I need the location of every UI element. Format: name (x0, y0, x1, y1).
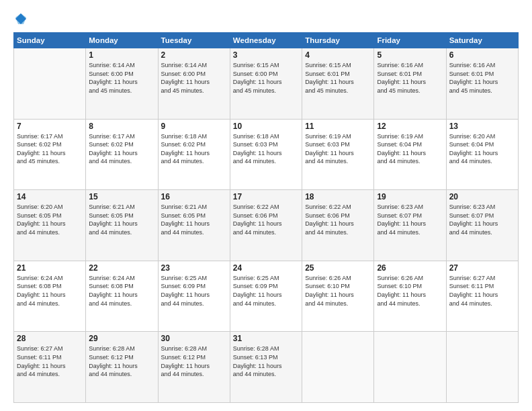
day-number: 12 (377, 122, 443, 131)
table-row: 5Sunrise: 6:16 AM Sunset: 6:01 PM Daylig… (374, 48, 446, 120)
table-row: 27Sunrise: 6:27 AM Sunset: 6:11 PM Dayli… (446, 261, 518, 332)
calendar-table: Sunday Monday Tuesday Wednesday Thursday… (13, 32, 519, 403)
day-info: Sunrise: 6:19 AM Sunset: 6:03 PM Dayligh… (305, 132, 371, 166)
day-number: 25 (305, 263, 371, 273)
table-row: 3Sunrise: 6:15 AM Sunset: 6:00 PM Daylig… (230, 48, 302, 120)
day-info: Sunrise: 6:22 AM Sunset: 6:06 PM Dayligh… (305, 203, 371, 236)
header (13, 12, 519, 26)
day-info: Sunrise: 6:16 AM Sunset: 6:01 PM Dayligh… (449, 61, 515, 95)
day-info: Sunrise: 6:27 AM Sunset: 6:11 PM Dayligh… (449, 274, 515, 308)
table-row: 1Sunrise: 6:14 AM Sunset: 6:00 PM Daylig… (86, 48, 158, 120)
day-number: 14 (17, 192, 83, 201)
day-info: Sunrise: 6:26 AM Sunset: 6:10 PM Dayligh… (305, 274, 371, 308)
day-number: 16 (161, 192, 227, 201)
day-info: Sunrise: 6:23 AM Sunset: 6:07 PM Dayligh… (377, 203, 443, 236)
table-row: 12Sunrise: 6:19 AM Sunset: 6:04 PM Dayli… (374, 119, 446, 190)
table-row (14, 48, 86, 120)
calendar-week-row: 14Sunrise: 6:20 AM Sunset: 6:05 PM Dayli… (14, 190, 519, 261)
day-number: 15 (89, 192, 154, 201)
table-row: 26Sunrise: 6:26 AM Sunset: 6:10 PM Dayli… (374, 261, 446, 332)
day-number: 2 (161, 50, 227, 60)
day-number: 27 (449, 263, 515, 273)
day-info: Sunrise: 6:18 AM Sunset: 6:02 PM Dayligh… (161, 132, 227, 166)
day-info: Sunrise: 6:24 AM Sunset: 6:08 PM Dayligh… (17, 274, 83, 308)
day-info: Sunrise: 6:20 AM Sunset: 6:04 PM Dayligh… (449, 132, 515, 166)
col-sunday: Sunday (14, 33, 86, 48)
col-tuesday: Tuesday (158, 33, 230, 48)
table-row: 30Sunrise: 6:28 AM Sunset: 6:12 PM Dayli… (158, 332, 230, 403)
day-number: 9 (161, 122, 227, 131)
day-number: 22 (89, 263, 154, 273)
day-number: 24 (233, 263, 299, 273)
table-row: 16Sunrise: 6:21 AM Sunset: 6:05 PM Dayli… (158, 190, 230, 261)
day-info: Sunrise: 6:28 AM Sunset: 6:12 PM Dayligh… (161, 345, 227, 378)
col-monday: Monday (86, 33, 158, 48)
col-wednesday: Wednesday (230, 33, 302, 48)
day-number: 11 (305, 122, 371, 131)
day-number: 19 (377, 192, 443, 201)
table-row: 23Sunrise: 6:25 AM Sunset: 6:09 PM Dayli… (158, 261, 230, 332)
table-row: 18Sunrise: 6:22 AM Sunset: 6:06 PM Dayli… (302, 190, 374, 261)
table-row: 24Sunrise: 6:25 AM Sunset: 6:09 PM Dayli… (230, 261, 302, 332)
day-info: Sunrise: 6:23 AM Sunset: 6:07 PM Dayligh… (449, 203, 515, 236)
table-row (302, 332, 374, 403)
table-row: 28Sunrise: 6:27 AM Sunset: 6:11 PM Dayli… (14, 332, 86, 403)
calendar-week-row: 7Sunrise: 6:17 AM Sunset: 6:02 PM Daylig… (14, 119, 519, 190)
day-number: 18 (305, 192, 371, 201)
logo-icon (14, 12, 28, 26)
calendar-page: Sunday Monday Tuesday Wednesday Thursday… (0, 0, 532, 411)
day-number: 26 (377, 263, 443, 273)
table-row (446, 332, 518, 403)
day-info: Sunrise: 6:26 AM Sunset: 6:10 PM Dayligh… (377, 274, 443, 308)
table-row: 25Sunrise: 6:26 AM Sunset: 6:10 PM Dayli… (302, 261, 374, 332)
day-info: Sunrise: 6:25 AM Sunset: 6:09 PM Dayligh… (233, 274, 299, 308)
table-row: 6Sunrise: 6:16 AM Sunset: 6:01 PM Daylig… (446, 48, 518, 120)
day-number: 17 (233, 192, 299, 201)
table-row: 13Sunrise: 6:20 AM Sunset: 6:04 PM Dayli… (446, 119, 518, 190)
day-number: 8 (89, 122, 154, 131)
day-info: Sunrise: 6:21 AM Sunset: 6:05 PM Dayligh… (161, 203, 227, 236)
day-info: Sunrise: 6:14 AM Sunset: 6:00 PM Dayligh… (161, 61, 227, 95)
col-thursday: Thursday (302, 33, 374, 48)
table-row: 11Sunrise: 6:19 AM Sunset: 6:03 PM Dayli… (302, 119, 374, 190)
calendar-header-row: Sunday Monday Tuesday Wednesday Thursday… (14, 33, 519, 48)
table-row: 2Sunrise: 6:14 AM Sunset: 6:00 PM Daylig… (158, 48, 230, 120)
table-row: 31Sunrise: 6:28 AM Sunset: 6:13 PM Dayli… (230, 332, 302, 403)
table-row: 29Sunrise: 6:28 AM Sunset: 6:12 PM Dayli… (86, 332, 158, 403)
table-row: 21Sunrise: 6:24 AM Sunset: 6:08 PM Dayli… (14, 261, 86, 332)
day-number: 31 (233, 334, 299, 343)
table-row: 17Sunrise: 6:22 AM Sunset: 6:06 PM Dayli… (230, 190, 302, 261)
day-number: 3 (233, 50, 299, 60)
day-info: Sunrise: 6:25 AM Sunset: 6:09 PM Dayligh… (161, 274, 227, 308)
day-info: Sunrise: 6:24 AM Sunset: 6:08 PM Dayligh… (89, 274, 154, 308)
table-row: 19Sunrise: 6:23 AM Sunset: 6:07 PM Dayli… (374, 190, 446, 261)
table-row: 15Sunrise: 6:21 AM Sunset: 6:05 PM Dayli… (86, 190, 158, 261)
day-info: Sunrise: 6:17 AM Sunset: 6:02 PM Dayligh… (89, 132, 154, 166)
day-number: 30 (161, 334, 227, 343)
day-number: 4 (305, 50, 371, 60)
day-info: Sunrise: 6:15 AM Sunset: 6:01 PM Dayligh… (305, 61, 371, 95)
day-number: 21 (17, 263, 83, 273)
day-info: Sunrise: 6:19 AM Sunset: 6:04 PM Dayligh… (377, 132, 443, 166)
day-info: Sunrise: 6:16 AM Sunset: 6:01 PM Dayligh… (377, 61, 443, 95)
logo (13, 12, 28, 26)
day-info: Sunrise: 6:28 AM Sunset: 6:13 PM Dayligh… (233, 345, 299, 378)
day-number: 29 (89, 334, 154, 343)
table-row: 22Sunrise: 6:24 AM Sunset: 6:08 PM Dayli… (86, 261, 158, 332)
table-row: 7Sunrise: 6:17 AM Sunset: 6:02 PM Daylig… (14, 119, 86, 190)
day-number: 6 (449, 50, 515, 60)
day-number: 28 (17, 334, 83, 343)
table-row: 8Sunrise: 6:17 AM Sunset: 6:02 PM Daylig… (86, 119, 158, 190)
day-number: 10 (233, 122, 299, 131)
col-friday: Friday (374, 33, 446, 48)
day-info: Sunrise: 6:22 AM Sunset: 6:06 PM Dayligh… (233, 203, 299, 236)
calendar-week-row: 1Sunrise: 6:14 AM Sunset: 6:00 PM Daylig… (14, 48, 519, 120)
day-info: Sunrise: 6:27 AM Sunset: 6:11 PM Dayligh… (17, 345, 83, 378)
day-number: 23 (161, 263, 227, 273)
day-info: Sunrise: 6:18 AM Sunset: 6:03 PM Dayligh… (233, 132, 299, 166)
table-row: 10Sunrise: 6:18 AM Sunset: 6:03 PM Dayli… (230, 119, 302, 190)
day-number: 13 (449, 122, 515, 131)
day-info: Sunrise: 6:15 AM Sunset: 6:00 PM Dayligh… (233, 61, 299, 95)
day-info: Sunrise: 6:21 AM Sunset: 6:05 PM Dayligh… (89, 203, 154, 236)
day-info: Sunrise: 6:28 AM Sunset: 6:12 PM Dayligh… (89, 345, 154, 378)
